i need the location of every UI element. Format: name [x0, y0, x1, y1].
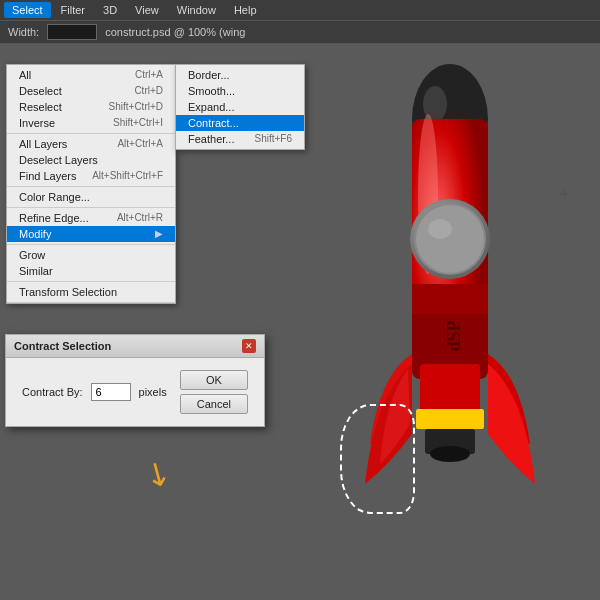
- select-deselect-layers[interactable]: Deselect Layers: [7, 152, 175, 168]
- svg-point-6: [416, 205, 484, 273]
- modify-expand[interactable]: Expand...: [176, 99, 304, 115]
- menu-bar: Select Filter 3D View Window Help: [0, 0, 600, 20]
- select-modify[interactable]: Modify ▶: [7, 226, 175, 242]
- modify-feather[interactable]: Feather... Shift+F6: [176, 131, 304, 147]
- ok-button[interactable]: OK: [180, 370, 248, 390]
- dialog-body: Contract By: pixels OK Cancel: [6, 358, 264, 426]
- arrow-2: ↘: [137, 450, 179, 496]
- select-menu-section-1: All Ctrl+A Deselect Ctrl+D Reselect Shif…: [7, 65, 175, 134]
- modify-contract[interactable]: Contract...: [176, 115, 304, 131]
- canvas-area: All Ctrl+A Deselect Ctrl+D Reselect Shif…: [0, 44, 600, 600]
- width-input[interactable]: [47, 24, 97, 40]
- pixels-label: pixels: [139, 386, 167, 398]
- select-refine-edge[interactable]: Refine Edge... Alt+Ctrl+R: [7, 210, 175, 226]
- canvas-title: construct.psd @ 100% (wing: [105, 26, 245, 38]
- modify-border[interactable]: Border...: [176, 67, 304, 83]
- menu-help[interactable]: Help: [226, 2, 265, 18]
- select-reselect[interactable]: Reselect Shift+Ctrl+D: [7, 99, 175, 115]
- menu-view[interactable]: View: [127, 2, 167, 18]
- menu-3d[interactable]: 3D: [95, 2, 125, 18]
- dialog-close-button[interactable]: ✕: [242, 339, 256, 353]
- svg-point-15: [430, 446, 470, 462]
- modify-smooth[interactable]: Smooth...: [176, 83, 304, 99]
- svg-point-7: [428, 219, 452, 239]
- dialog-title-bar: Contract Selection ✕: [6, 335, 264, 358]
- rocket-area: dSP: [320, 64, 580, 584]
- width-label: Width:: [8, 26, 39, 38]
- svg-rect-9: [412, 284, 488, 314]
- select-menu-section-4: Refine Edge... Alt+Ctrl+R Modify ▶: [7, 208, 175, 245]
- select-menu-section-2: All Layers Alt+Ctrl+A Deselect Layers Fi…: [7, 134, 175, 187]
- select-similar[interactable]: Similar: [7, 263, 175, 279]
- svg-text:dSP: dSP: [444, 320, 464, 351]
- select-transform-selection[interactable]: Transform Selection: [7, 284, 175, 300]
- menu-filter[interactable]: Filter: [53, 2, 93, 18]
- select-all-layers[interactable]: All Layers Alt+Ctrl+A: [7, 136, 175, 152]
- select-inverse[interactable]: Inverse Shift+Ctrl+I: [7, 115, 175, 131]
- select-all[interactable]: All Ctrl+A: [7, 67, 175, 83]
- select-menu: All Ctrl+A Deselect Ctrl+D Reselect Shif…: [6, 64, 176, 304]
- dialog-buttons: OK Cancel: [180, 370, 248, 414]
- contract-by-input[interactable]: [91, 383, 131, 401]
- dialog-title-text: Contract Selection: [14, 340, 111, 352]
- select-grow[interactable]: Grow: [7, 247, 175, 263]
- modify-submenu: Border... Smooth... Expand... Contract..…: [175, 64, 305, 150]
- contract-selection-dialog: Contract Selection ✕ Contract By: pixels…: [5, 334, 265, 427]
- select-menu-section-3: Color Range...: [7, 187, 175, 208]
- select-find-layers[interactable]: Find Layers Alt+Shift+Ctrl+F: [7, 168, 175, 184]
- menu-window[interactable]: Window: [169, 2, 224, 18]
- contract-by-label: Contract By:: [22, 386, 83, 398]
- select-deselect[interactable]: Deselect Ctrl+D: [7, 83, 175, 99]
- cancel-button[interactable]: Cancel: [180, 394, 248, 414]
- select-color-range[interactable]: Color Range...: [7, 189, 175, 205]
- options-bar: Width: construct.psd @ 100% (wing: [0, 20, 600, 44]
- select-menu-section-6: Transform Selection: [7, 282, 175, 303]
- select-menu-section-5: Grow Similar: [7, 245, 175, 282]
- menu-select[interactable]: Select: [4, 2, 51, 18]
- svg-rect-13: [416, 409, 484, 429]
